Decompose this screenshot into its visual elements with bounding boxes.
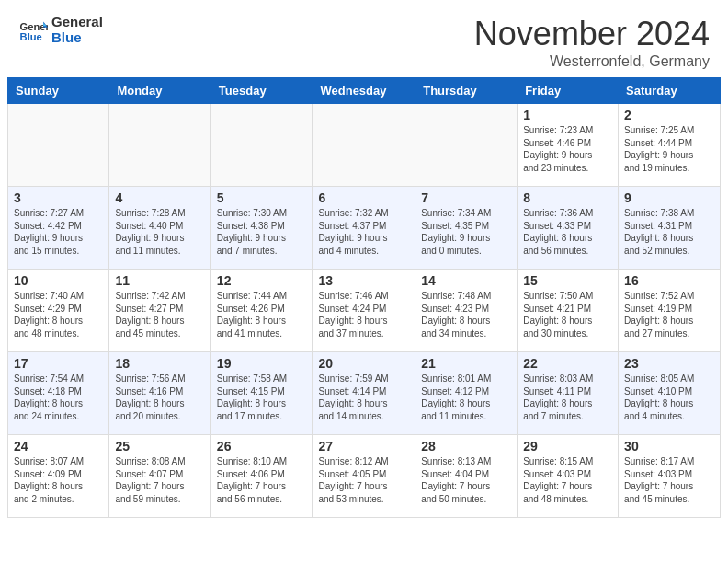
day-info: Sunrise: 8:01 AM Sunset: 4:12 PM Dayligh… — [421, 373, 511, 422]
day-number: 17 — [14, 356, 103, 371]
day-info: Sunrise: 7:54 AM Sunset: 4:18 PM Dayligh… — [14, 373, 103, 422]
day-info: Sunrise: 8:05 AM Sunset: 4:10 PM Dayligh… — [624, 373, 714, 422]
day-number: 20 — [318, 356, 409, 371]
day-number: 12 — [217, 273, 307, 288]
day-number: 27 — [318, 439, 409, 454]
day-info: Sunrise: 7:27 AM Sunset: 4:42 PM Dayligh… — [14, 207, 103, 257]
calendar-cell: 6Sunrise: 7:32 AM Sunset: 4:37 PM Daylig… — [313, 187, 415, 270]
day-number: 15 — [523, 273, 612, 288]
header-day-monday: Monday — [109, 78, 210, 104]
week-row-4: 17Sunrise: 7:54 AM Sunset: 4:18 PM Dayli… — [8, 352, 721, 435]
header-day-sunday: Sunday — [8, 78, 109, 104]
day-number: 18 — [115, 356, 204, 371]
logo-text-line2: Blue — [51, 30, 103, 46]
day-info: Sunrise: 8:03 AM Sunset: 4:11 PM Dayligh… — [523, 373, 612, 422]
day-info: Sunrise: 7:34 AM Sunset: 4:35 PM Dayligh… — [421, 207, 511, 257]
day-number: 22 — [523, 356, 612, 371]
day-number: 2 — [624, 108, 714, 122]
day-info: Sunrise: 7:25 AM Sunset: 4:44 PM Dayligh… — [624, 124, 714, 174]
day-number: 25 — [115, 439, 204, 454]
calendar-cell: 18Sunrise: 7:56 AM Sunset: 4:16 PM Dayli… — [109, 352, 210, 435]
day-info: Sunrise: 8:13 AM Sunset: 4:04 PM Dayligh… — [421, 455, 511, 505]
title-area: November 2024 Westerronfeld, Germany — [474, 15, 710, 70]
day-info: Sunrise: 7:23 AM Sunset: 4:46 PM Dayligh… — [523, 124, 612, 174]
calendar-cell — [109, 104, 210, 187]
calendar-cell — [415, 104, 518, 187]
day-number: 11 — [115, 273, 204, 288]
day-info: Sunrise: 7:46 AM Sunset: 4:24 PM Dayligh… — [318, 290, 409, 339]
calendar-cell — [313, 104, 415, 187]
day-number: 26 — [217, 439, 307, 454]
day-number: 8 — [523, 190, 612, 205]
day-number: 5 — [217, 190, 307, 205]
calendar-cell — [210, 104, 313, 187]
calendar-subtitle: Westerronfeld, Germany — [474, 53, 710, 70]
day-info: Sunrise: 7:36 AM Sunset: 4:33 PM Dayligh… — [523, 207, 612, 257]
logo-text-line1: General — [51, 15, 103, 30]
calendar-cell: 9Sunrise: 7:38 AM Sunset: 4:31 PM Daylig… — [619, 187, 721, 270]
calendar-wrapper: SundayMondayTuesdayWednesdayThursdayFrid… — [0, 77, 728, 525]
calendar-cell: 2Sunrise: 7:25 AM Sunset: 4:44 PM Daylig… — [619, 104, 721, 187]
header-day-thursday: Thursday — [415, 78, 518, 104]
calendar-cell: 11Sunrise: 7:42 AM Sunset: 4:27 PM Dayli… — [109, 270, 210, 352]
svg-text:Blue: Blue — [20, 31, 42, 42]
calendar-table: SundayMondayTuesdayWednesdayThursdayFrid… — [7, 77, 721, 518]
day-info: Sunrise: 7:30 AM Sunset: 4:38 PM Dayligh… — [217, 207, 307, 257]
day-number: 6 — [318, 190, 409, 205]
day-number: 13 — [318, 273, 409, 288]
day-number: 19 — [217, 356, 307, 371]
calendar-cell — [8, 104, 109, 187]
day-info: Sunrise: 7:32 AM Sunset: 4:37 PM Dayligh… — [318, 207, 409, 257]
header: General Blue General Blue November 2024 … — [0, 0, 728, 77]
calendar-cell: 13Sunrise: 7:46 AM Sunset: 4:24 PM Dayli… — [313, 270, 415, 352]
calendar-cell: 24Sunrise: 8:07 AM Sunset: 4:09 PM Dayli… — [8, 435, 109, 518]
calendar-cell: 12Sunrise: 7:44 AM Sunset: 4:26 PM Dayli… — [210, 270, 313, 352]
day-info: Sunrise: 7:56 AM Sunset: 4:16 PM Dayligh… — [115, 373, 204, 422]
day-number: 3 — [14, 190, 103, 205]
day-info: Sunrise: 7:50 AM Sunset: 4:21 PM Dayligh… — [523, 290, 612, 339]
day-info: Sunrise: 8:08 AM Sunset: 4:07 PM Dayligh… — [115, 455, 204, 505]
day-info: Sunrise: 7:38 AM Sunset: 4:31 PM Dayligh… — [624, 207, 714, 257]
day-number: 23 — [624, 356, 714, 371]
day-info: Sunrise: 8:17 AM Sunset: 4:03 PM Dayligh… — [624, 455, 714, 505]
day-info: Sunrise: 7:48 AM Sunset: 4:23 PM Dayligh… — [421, 290, 511, 339]
calendar-cell: 14Sunrise: 7:48 AM Sunset: 4:23 PM Dayli… — [415, 270, 518, 352]
calendar-cell: 5Sunrise: 7:30 AM Sunset: 4:38 PM Daylig… — [210, 187, 313, 270]
calendar-cell: 3Sunrise: 7:27 AM Sunset: 4:42 PM Daylig… — [8, 187, 109, 270]
day-info: Sunrise: 8:07 AM Sunset: 4:09 PM Dayligh… — [14, 455, 103, 505]
calendar-cell: 4Sunrise: 7:28 AM Sunset: 4:40 PM Daylig… — [109, 187, 210, 270]
calendar-cell: 29Sunrise: 8:15 AM Sunset: 4:03 PM Dayli… — [518, 435, 619, 518]
calendar-cell: 7Sunrise: 7:34 AM Sunset: 4:35 PM Daylig… — [415, 187, 518, 270]
week-row-5: 24Sunrise: 8:07 AM Sunset: 4:09 PM Dayli… — [8, 435, 721, 518]
day-number: 1 — [523, 108, 612, 122]
day-number: 28 — [421, 439, 511, 454]
calendar-cell: 15Sunrise: 7:50 AM Sunset: 4:21 PM Dayli… — [518, 270, 619, 352]
calendar-cell: 23Sunrise: 8:05 AM Sunset: 4:10 PM Dayli… — [619, 352, 721, 435]
day-number: 21 — [421, 356, 511, 371]
day-number: 4 — [115, 190, 204, 205]
day-info: Sunrise: 7:58 AM Sunset: 4:15 PM Dayligh… — [217, 373, 307, 422]
day-info: Sunrise: 7:52 AM Sunset: 4:19 PM Dayligh… — [624, 290, 714, 339]
day-number: 29 — [523, 439, 612, 454]
calendar-cell: 26Sunrise: 8:10 AM Sunset: 4:06 PM Dayli… — [210, 435, 313, 518]
calendar-cell: 25Sunrise: 8:08 AM Sunset: 4:07 PM Dayli… — [109, 435, 210, 518]
day-number: 9 — [624, 190, 714, 205]
day-number: 10 — [14, 273, 103, 288]
calendar-cell: 16Sunrise: 7:52 AM Sunset: 4:19 PM Dayli… — [619, 270, 721, 352]
week-row-1: 1Sunrise: 7:23 AM Sunset: 4:46 PM Daylig… — [8, 104, 721, 187]
calendar-cell: 10Sunrise: 7:40 AM Sunset: 4:29 PM Dayli… — [8, 270, 109, 352]
day-info: Sunrise: 7:42 AM Sunset: 4:27 PM Dayligh… — [115, 290, 204, 339]
calendar-cell: 1Sunrise: 7:23 AM Sunset: 4:46 PM Daylig… — [518, 104, 619, 187]
calendar-cell: 19Sunrise: 7:58 AM Sunset: 4:15 PM Dayli… — [210, 352, 313, 435]
day-info: Sunrise: 8:12 AM Sunset: 4:05 PM Dayligh… — [318, 455, 409, 505]
calendar-cell: 27Sunrise: 8:12 AM Sunset: 4:05 PM Dayli… — [313, 435, 415, 518]
calendar-cell: 30Sunrise: 8:17 AM Sunset: 4:03 PM Dayli… — [619, 435, 721, 518]
day-number: 16 — [624, 273, 714, 288]
header-day-tuesday: Tuesday — [210, 78, 313, 104]
day-number: 24 — [14, 439, 103, 454]
header-row: SundayMondayTuesdayWednesdayThursdayFrid… — [8, 78, 721, 104]
week-row-3: 10Sunrise: 7:40 AM Sunset: 4:29 PM Dayli… — [8, 270, 721, 352]
day-number: 7 — [421, 190, 511, 205]
calendar-cell: 20Sunrise: 7:59 AM Sunset: 4:14 PM Dayli… — [313, 352, 415, 435]
day-info: Sunrise: 7:59 AM Sunset: 4:14 PM Dayligh… — [318, 373, 409, 422]
